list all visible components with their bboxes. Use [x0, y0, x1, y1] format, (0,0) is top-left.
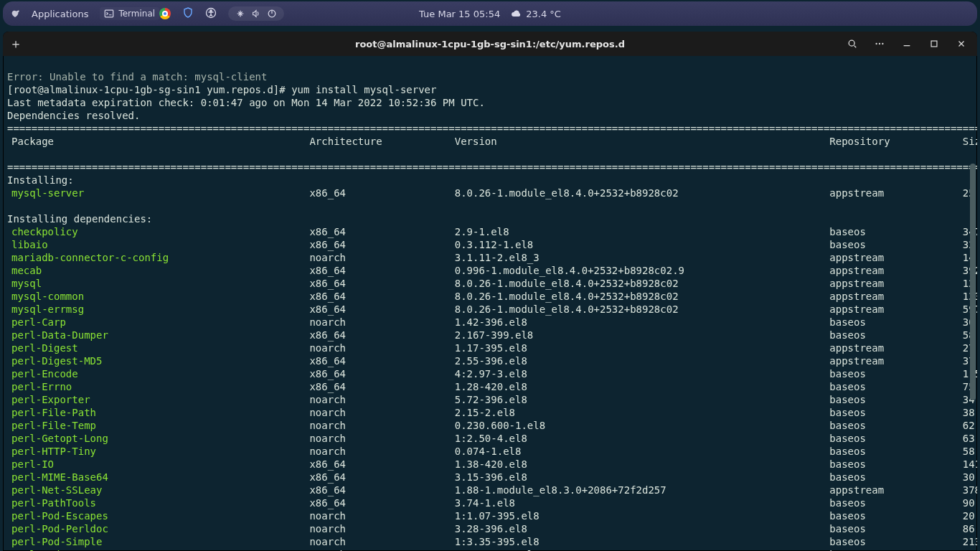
accessibility-icon[interactable] — [205, 7, 217, 21]
pkg-name: perl-Pod-Simple — [7, 535, 309, 548]
pkg-name: mariadb-connector-c-config — [7, 251, 309, 264]
command: yum install mysql-server — [286, 84, 437, 95]
pkg-version: 0.230.600-1.el8 — [455, 419, 830, 432]
pkg-repo: appstream — [829, 264, 962, 277]
svg-point-5 — [875, 43, 877, 44]
applications-menu[interactable]: Applications — [32, 9, 88, 19]
system-tray[interactable] — [228, 6, 284, 21]
package-row: mariadb-connector-c-confignoarch3.1.11-2… — [7, 251, 973, 264]
pkg-name: perl-Data-Dumper — [7, 329, 309, 342]
pkg-repo: baseos — [829, 367, 962, 380]
pkg-arch: noarch — [309, 535, 454, 548]
pkg-version: 0.074-1.el8 — [455, 445, 830, 458]
pkg-version: 1.28-420.el8 — [455, 380, 830, 393]
scrollbar[interactable] — [970, 164, 976, 400]
weather-temp: 23.4 °C — [526, 9, 561, 19]
close-button[interactable] — [948, 33, 974, 55]
error-line: Error: Unable to find a match: mysql-cli… — [7, 71, 267, 83]
pkg-name: perl-Net-SSLeay — [7, 484, 309, 496]
pkg-repo: appstream — [829, 303, 962, 316]
col-package: Package — [7, 135, 309, 148]
package-row: perl-MIME-Base64x86_643.15-396.el8baseos… — [7, 471, 973, 484]
search-button[interactable] — [839, 33, 865, 55]
weather-widget[interactable]: 23.4 °C — [510, 8, 561, 19]
taskbar-app-terminal[interactable]: Terminal — [100, 7, 159, 20]
col-size: Size — [963, 135, 977, 148]
pkg-arch: x86_64 — [309, 187, 454, 199]
pkg-repo: baseos — [829, 316, 962, 329]
menu-button[interactable] — [867, 33, 892, 55]
new-tab-button[interactable]: ＋ — [3, 32, 29, 56]
pkg-name: perl-Carp — [7, 316, 309, 329]
pkg-arch: noarch — [309, 419, 454, 432]
pkg-repo: appstream — [829, 342, 962, 354]
pkg-repo: baseos — [829, 548, 962, 551]
maximize-button[interactable] — [921, 33, 947, 55]
pkg-arch: noarch — [309, 342, 454, 354]
pkg-version: 3.15-396.el8 — [455, 471, 830, 484]
pkg-version: 1.17-395.el8 — [455, 342, 830, 354]
minimize-button[interactable] — [894, 33, 920, 55]
pkg-arch: x86_64 — [309, 458, 454, 471]
pkg-repo: baseos — [829, 445, 962, 458]
pkg-version: 2.15-2.el8 — [455, 406, 830, 419]
pkg-name: libaio — [7, 238, 309, 251]
pkg-name: perl-Errno — [7, 380, 309, 393]
pkg-version: 1:2.50-4.el8 — [455, 432, 830, 445]
pkg-repo: appstream — [829, 187, 962, 199]
volume-icon — [251, 9, 261, 19]
package-row: perl-File-Tempnoarch0.230.600-1.el8baseo… — [7, 419, 973, 432]
pkg-arch: x86_64 — [309, 329, 454, 342]
pkg-size: 378 k — [963, 484, 977, 496]
pkg-arch: noarch — [309, 316, 454, 329]
column-headers: PackageArchitectureVersionRepositorySize — [7, 135, 973, 148]
pkg-arch: x86_64 — [309, 238, 454, 251]
pkg-size: 62 k — [963, 419, 977, 432]
pkg-size: 141 k — [963, 458, 977, 471]
clock[interactable]: Tue Mar 15 05:54 — [419, 9, 500, 19]
terminal-window: ＋ root@almalinux-1cpu-1gb-sg-sin1:/etc/y… — [3, 32, 977, 551]
package-row: perl-Pod-Simplenoarch1:3.35-395.el8baseo… — [7, 535, 973, 548]
pkg-version: 4:1.69-395.el8 — [455, 548, 830, 551]
package-row: perl-Net-SSLeayx86_641.88-1.module_el8.3… — [7, 484, 973, 496]
package-row: mysql-serverx86_648.0.26-1.module_el8.4.… — [7, 187, 973, 199]
svg-rect-8 — [931, 41, 937, 47]
pkg-size: 86 k — [963, 522, 977, 535]
pkg-name: perl-Digest — [7, 342, 309, 354]
pkg-repo: baseos — [829, 406, 962, 419]
pkg-size: 34 k — [963, 548, 977, 551]
pkg-repo: baseos — [829, 238, 962, 251]
pkg-arch: x86_64 — [309, 484, 454, 496]
pkg-version: 3.1.11-2.el8_3 — [455, 251, 830, 264]
shield-icon[interactable] — [182, 7, 194, 21]
pkg-name: perl-HTTP-Tiny — [7, 445, 309, 458]
pkg-arch: x86_64 — [309, 496, 454, 509]
pkg-version: 0.996-1.module_el8.4.0+2532+b8928c02.9 — [455, 264, 830, 277]
pkg-version: 1.42-396.el8 — [455, 316, 830, 329]
terminal-titlebar: ＋ root@almalinux-1cpu-1gb-sg-sin1:/etc/y… — [3, 32, 977, 56]
package-row: perl-Getopt-Longnoarch1:2.50-4.el8baseos… — [7, 432, 973, 445]
pkg-name: mecab — [7, 264, 309, 277]
rule: ========================================… — [7, 161, 977, 173]
pkg-repo: baseos — [829, 471, 962, 484]
deps-resolved: Dependencies resolved. — [7, 110, 140, 121]
rule: ========================================… — [7, 123, 977, 134]
terminal-output[interactable]: Error: Unable to find a match: mysql-cli… — [3, 56, 977, 551]
pkg-arch: noarch — [309, 548, 454, 551]
package-row: perl-Pod-Usagenoarch4:1.69-395.el8baseos… — [7, 548, 973, 551]
desktop-top-bar: Applications Terminal Tue Mar 15 05:54 2… — [3, 1, 977, 26]
pkg-arch: x86_64 — [309, 264, 454, 277]
package-row: perl-Encodex86_644:2.97-3.el8baseos1.5 M — [7, 367, 973, 380]
pkg-version: 2.167-399.el8 — [455, 329, 830, 342]
package-row: perl-Pod-Perldocnoarch3.28-396.el8baseos… — [7, 522, 973, 535]
package-row: perl-IOx86_641.38-420.el8baseos141 k — [7, 458, 973, 471]
pkg-name: perl-Encode — [7, 367, 309, 380]
col-repo: Repository — [829, 135, 962, 148]
pkg-arch: x86_64 — [309, 303, 454, 316]
section-installing: Installing: — [7, 174, 74, 186]
pkg-name: mysql-errmsg — [7, 303, 309, 316]
chrome-icon[interactable] — [159, 8, 171, 19]
pkg-arch: noarch — [309, 393, 454, 406]
pkg-repo: baseos — [829, 329, 962, 342]
pkg-repo: baseos — [829, 432, 962, 445]
